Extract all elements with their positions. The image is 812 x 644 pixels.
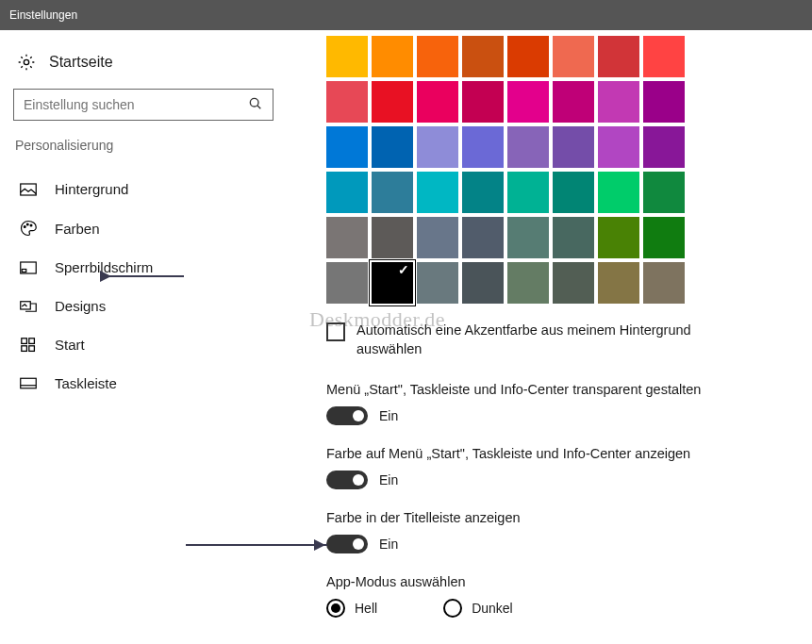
nav-home[interactable]: Startseite <box>13 47 289 89</box>
color-swatch[interactable] <box>507 217 549 258</box>
color-swatch[interactable] <box>462 217 504 258</box>
color-swatch[interactable] <box>598 81 639 123</box>
color-swatch[interactable] <box>643 81 685 123</box>
search-input[interactable] <box>24 97 248 112</box>
show-color-menu-label: Farbe auf Menü „Start", Taskleiste und I… <box>326 446 760 461</box>
color-swatch[interactable] <box>372 217 413 258</box>
color-swatch[interactable] <box>643 217 685 258</box>
color-swatch[interactable] <box>462 172 504 213</box>
color-swatch[interactable] <box>372 172 413 213</box>
svg-point-5 <box>26 223 28 225</box>
svg-rect-8 <box>22 269 26 272</box>
titlebar-color-label: Farbe in der Titelleiste anzeigen <box>326 510 760 525</box>
window-titlebar: Einstellungen <box>0 0 812 30</box>
color-swatch[interactable] <box>372 36 413 77</box>
color-swatch[interactable] <box>553 262 594 304</box>
color-swatch[interactable] <box>553 126 594 168</box>
sidebar-item-start[interactable]: Start <box>13 325 289 364</box>
sidebar-item-sperrbildschirm[interactable]: Sperrbildschirm <box>13 248 289 287</box>
sidebar-item-label: Taskleiste <box>55 375 117 391</box>
sidebar-item-label: Farben <box>55 221 100 237</box>
color-swatch[interactable] <box>417 81 458 123</box>
checkbox-icon[interactable] <box>326 322 345 341</box>
color-swatch[interactable] <box>372 262 413 304</box>
transparent-toggle[interactable] <box>326 406 368 425</box>
main-content: Automatisch eine Akzentfarbe aus meinem … <box>302 30 812 644</box>
sidebar-item-designs[interactable]: Designs <box>13 287 289 325</box>
color-swatch[interactable] <box>462 126 504 168</box>
svg-rect-10 <box>22 338 27 343</box>
sidebar-item-hintergrund[interactable]: Hintergrund <box>13 170 289 208</box>
color-swatch[interactable] <box>417 217 458 258</box>
color-swatch[interactable] <box>598 217 639 258</box>
color-swatch[interactable] <box>372 126 413 168</box>
color-swatch[interactable] <box>417 172 458 213</box>
color-swatch[interactable] <box>462 36 504 77</box>
svg-rect-12 <box>22 345 27 351</box>
color-swatch[interactable] <box>417 262 458 304</box>
color-swatch[interactable] <box>598 36 639 77</box>
color-swatch[interactable] <box>326 36 368 77</box>
svg-rect-14 <box>21 378 37 388</box>
palette-icon <box>19 220 38 237</box>
color-swatch[interactable] <box>417 36 458 77</box>
search-icon <box>248 96 263 114</box>
color-swatch[interactable] <box>553 217 594 258</box>
color-swatch[interactable] <box>598 262 639 304</box>
color-swatch[interactable] <box>462 262 504 304</box>
color-swatch[interactable] <box>553 172 594 213</box>
color-swatch[interactable] <box>326 262 368 304</box>
color-swatch[interactable] <box>643 36 685 77</box>
show-color-menu-toggle[interactable] <box>326 471 368 489</box>
titlebar-color-state: Ein <box>379 537 398 552</box>
color-swatch[interactable] <box>326 126 368 168</box>
sidebar-item-label: Hintergrund <box>55 181 128 197</box>
sidebar-item-label: Sperrbildschirm <box>55 259 153 275</box>
sidebar-section-label: Personalisierung <box>13 138 289 153</box>
color-swatch[interactable] <box>553 81 594 123</box>
color-swatch[interactable] <box>417 126 458 168</box>
color-swatch[interactable] <box>507 36 549 77</box>
color-swatch[interactable] <box>598 172 639 213</box>
color-swatch[interactable] <box>462 81 504 123</box>
app-mode-option-dunkel[interactable]: Dunkel <box>443 599 513 618</box>
titlebar-color-toggle[interactable] <box>326 535 368 553</box>
app-mode-option-hell[interactable]: Hell <box>326 599 377 618</box>
svg-point-0 <box>24 59 28 64</box>
color-swatch[interactable] <box>372 81 413 123</box>
color-swatch[interactable] <box>326 172 368 213</box>
svg-point-4 <box>24 226 25 228</box>
svg-rect-13 <box>29 345 35 351</box>
svg-point-1 <box>250 98 258 107</box>
color-swatch[interactable] <box>643 172 685 213</box>
svg-line-2 <box>257 106 260 108</box>
color-swatch[interactable] <box>643 126 685 168</box>
radio-icon <box>443 599 462 618</box>
auto-accent-checkbox-row[interactable]: Automatisch eine Akzentfarbe aus meinem … <box>326 321 722 359</box>
color-swatch[interactable] <box>507 172 549 213</box>
color-swatch[interactable] <box>507 81 549 123</box>
color-swatch[interactable] <box>643 262 685 304</box>
sidebar-item-taskleiste[interactable]: Taskleiste <box>13 364 289 403</box>
transparent-state: Ein <box>379 408 398 423</box>
radio-label: Hell <box>355 601 377 616</box>
color-swatch[interactable] <box>507 126 549 168</box>
color-swatch[interactable] <box>553 36 594 77</box>
search-input-container[interactable] <box>13 89 273 121</box>
theme-icon <box>19 299 38 314</box>
color-swatch[interactable] <box>326 217 368 258</box>
sidebar-item-farben[interactable]: Farben <box>13 208 289 248</box>
color-swatch[interactable] <box>598 126 639 168</box>
svg-rect-3 <box>21 184 37 195</box>
picture-icon <box>19 183 38 196</box>
sidebar: Startseite Personalisierung Hintergrund <box>0 30 302 644</box>
window-title: Einstellungen <box>9 8 77 22</box>
transparent-label: Menü „Start", Taskleiste und Info-Center… <box>326 382 760 397</box>
color-swatch[interactable] <box>507 262 549 304</box>
color-swatch[interactable] <box>326 81 368 123</box>
sidebar-item-label: Start <box>55 337 85 353</box>
gear-icon <box>17 53 36 72</box>
accent-color-palette <box>326 36 812 304</box>
start-icon <box>19 338 38 353</box>
nav-home-label: Startseite <box>49 54 113 71</box>
